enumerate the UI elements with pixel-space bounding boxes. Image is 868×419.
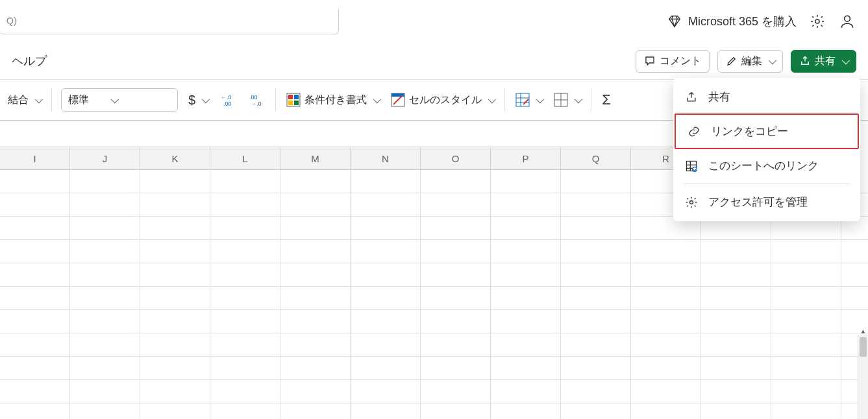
- cell[interactable]: [280, 193, 351, 217]
- cell[interactable]: [771, 287, 841, 310]
- cell[interactable]: [351, 333, 421, 357]
- cell[interactable]: [561, 263, 631, 287]
- search-input[interactable]: Q): [0, 8, 339, 34]
- cell[interactable]: [631, 310, 701, 333]
- cell[interactable]: [771, 263, 841, 287]
- cell[interactable]: [771, 380, 841, 403]
- cell[interactable]: [280, 403, 351, 419]
- cell[interactable]: [0, 240, 70, 263]
- cell[interactable]: [140, 193, 210, 217]
- cell[interactable]: [491, 240, 561, 263]
- cell[interactable]: [280, 287, 351, 310]
- col-header[interactable]: L: [210, 147, 280, 169]
- col-header[interactable]: I: [0, 147, 70, 169]
- cell[interactable]: [210, 217, 280, 240]
- cell[interactable]: [351, 357, 421, 380]
- cell[interactable]: [140, 170, 210, 193]
- cell[interactable]: [561, 240, 631, 263]
- cell[interactable]: [210, 240, 280, 263]
- cell[interactable]: [280, 170, 351, 193]
- cell[interactable]: [0, 217, 70, 240]
- cell[interactable]: [210, 287, 280, 310]
- tab-help[interactable]: ヘルプ: [12, 53, 47, 69]
- cell[interactable]: [210, 403, 280, 419]
- col-header[interactable]: K: [140, 147, 210, 169]
- col-header[interactable]: P: [491, 147, 561, 169]
- cell[interactable]: [70, 310, 140, 333]
- cell[interactable]: [421, 263, 491, 287]
- cell[interactable]: [210, 170, 280, 193]
- cell[interactable]: [701, 333, 771, 357]
- cell[interactable]: [631, 333, 701, 357]
- cell[interactable]: [70, 287, 140, 310]
- cell[interactable]: [701, 263, 771, 287]
- cell[interactable]: [421, 287, 491, 310]
- cell[interactable]: [351, 240, 421, 263]
- cell[interactable]: [491, 217, 561, 240]
- cell[interactable]: [210, 263, 280, 287]
- share-menu-copy-link[interactable]: リンクをコピー: [675, 114, 859, 149]
- cell[interactable]: [491, 263, 561, 287]
- cell[interactable]: [561, 357, 631, 380]
- cell[interactable]: [351, 193, 421, 217]
- cell[interactable]: [631, 240, 701, 263]
- cell[interactable]: [70, 333, 140, 357]
- cell[interactable]: [421, 240, 491, 263]
- cell[interactable]: [421, 310, 491, 333]
- scroll-up-arrow[interactable]: ▲: [858, 326, 868, 336]
- cell[interactable]: [771, 240, 841, 263]
- cell[interactable]: [140, 403, 210, 419]
- cell[interactable]: [210, 380, 280, 403]
- cell[interactable]: [631, 403, 701, 419]
- cell[interactable]: [841, 263, 868, 287]
- cell[interactable]: [421, 380, 491, 403]
- cell[interactable]: [351, 217, 421, 240]
- cell[interactable]: [280, 333, 351, 357]
- cell[interactable]: [421, 357, 491, 380]
- settings-button[interactable]: [808, 12, 826, 30]
- cell[interactable]: [0, 357, 70, 380]
- cell[interactable]: [70, 217, 140, 240]
- decrease-decimal-button[interactable]: ←.0 .00: [218, 90, 238, 110]
- cell[interactable]: [771, 403, 841, 419]
- cell[interactable]: [140, 380, 210, 403]
- cell[interactable]: [210, 310, 280, 333]
- cell[interactable]: [140, 240, 210, 263]
- cell[interactable]: [771, 333, 841, 357]
- cell[interactable]: [0, 380, 70, 403]
- cell[interactable]: [0, 263, 70, 287]
- cell[interactable]: [561, 380, 631, 403]
- currency-format-button[interactable]: $: [187, 90, 209, 110]
- vertical-scrollbar[interactable]: ▲: [858, 335, 868, 419]
- cell[interactable]: [0, 333, 70, 357]
- number-format-combo[interactable]: 標準: [61, 88, 178, 112]
- cell[interactable]: [351, 170, 421, 193]
- comments-button[interactable]: コメント: [636, 50, 710, 73]
- cell[interactable]: [351, 310, 421, 333]
- cell[interactable]: [210, 333, 280, 357]
- cell[interactable]: [491, 170, 561, 193]
- cell[interactable]: [701, 403, 771, 419]
- cell[interactable]: [280, 310, 351, 333]
- cell[interactable]: [491, 310, 561, 333]
- cell[interactable]: [491, 193, 561, 217]
- col-header[interactable]: N: [351, 147, 421, 169]
- cell[interactable]: [421, 170, 491, 193]
- cell[interactable]: [631, 380, 701, 403]
- cell[interactable]: [631, 357, 701, 380]
- cell[interactable]: [0, 193, 70, 217]
- cell[interactable]: [421, 193, 491, 217]
- cell[interactable]: [701, 357, 771, 380]
- cell[interactable]: [351, 287, 421, 310]
- cell[interactable]: [210, 193, 280, 217]
- cell[interactable]: [561, 403, 631, 419]
- cell[interactable]: [210, 357, 280, 380]
- cell[interactable]: [701, 287, 771, 310]
- cell[interactable]: [140, 357, 210, 380]
- cell[interactable]: [561, 333, 631, 357]
- insert-delete-cells-button[interactable]: [552, 90, 582, 110]
- cell[interactable]: [280, 263, 351, 287]
- cell[interactable]: [561, 193, 631, 217]
- cell[interactable]: [421, 403, 491, 419]
- cell[interactable]: [701, 310, 771, 333]
